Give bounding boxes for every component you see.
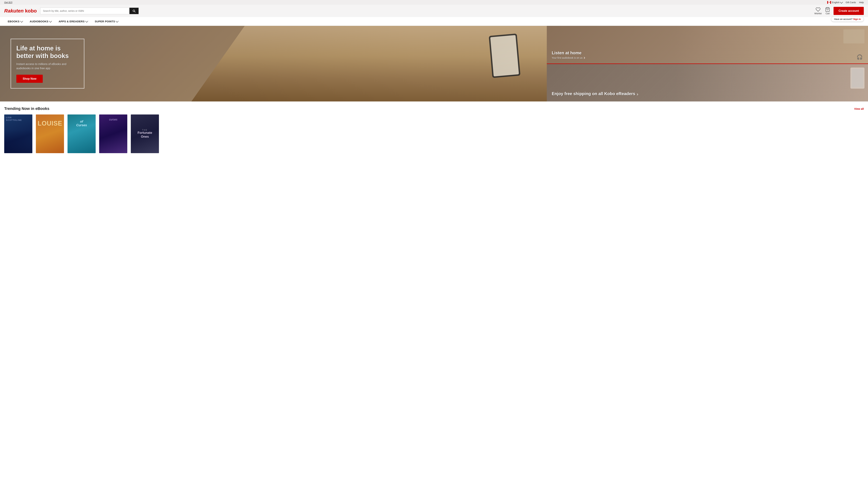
hero-shipping-panel[interactable]: Enjoy free shipping on all Kobo eReaders bbox=[547, 64, 868, 102]
book-gradient bbox=[4, 130, 32, 153]
navigation: eBOOKS AUDIOBOOKS APPS & eREADERS SUPER … bbox=[0, 17, 868, 26]
shop-now-button[interactable]: Shop Now bbox=[16, 75, 43, 83]
books-row: LISASCOTTOLINE LOUISE ofCurses curses th… bbox=[4, 115, 864, 153]
hero-shipping-title: Enjoy free shipping on all Kobo eReaders bbox=[552, 91, 638, 96]
nav-item-apps-ereaders[interactable]: APPS & eREADERS bbox=[55, 17, 91, 26]
search-icon bbox=[132, 9, 136, 13]
cart-button[interactable]: Cart bbox=[825, 7, 830, 15]
hero-side-panels: 🎧 Listen at home Your first audiobook is… bbox=[547, 26, 868, 101]
promo-link[interactable]: Get $15 bbox=[4, 1, 12, 4]
logo[interactable]: Rakuten kobo bbox=[4, 8, 37, 14]
hero-tablet bbox=[489, 33, 520, 78]
language-chevron-icon bbox=[840, 1, 843, 3]
hero-shipping-content: Enjoy free shipping on all Kobo eReaders bbox=[552, 91, 638, 97]
trending-section: Trending Now in eBooks View all LISASCOT… bbox=[0, 101, 868, 157]
hero-ereader-decoration bbox=[850, 68, 865, 89]
hero-content: Life at home is better with books Instan… bbox=[11, 39, 84, 89]
logo-rakuten: Rakuten bbox=[4, 8, 25, 14]
book-title-text: LOUISE bbox=[38, 120, 62, 127]
hero-listen-bg bbox=[547, 26, 868, 64]
sign-in-tooltip: Have an account? Sign in bbox=[831, 17, 864, 22]
svg-rect-2 bbox=[830, 1, 831, 4]
nav-item-audiobooks[interactable]: AUDIOBOOKS bbox=[26, 17, 55, 26]
search-button[interactable] bbox=[129, 8, 139, 14]
language-selector[interactable]: English bbox=[827, 1, 843, 4]
header-actions: Wishlist Cart Create account Have an acc… bbox=[814, 7, 864, 15]
book-item[interactable]: LOUISE bbox=[36, 115, 64, 153]
hero-title: Life at home is better with books bbox=[16, 45, 77, 59]
super-points-chevron-icon bbox=[116, 19, 119, 22]
book-title-text: the FortunateOnes bbox=[131, 115, 159, 153]
nav-item-super-points[interactable]: SUPER POINTS bbox=[91, 17, 122, 26]
cart-label: Cart bbox=[826, 12, 830, 15]
view-all-link[interactable]: View all bbox=[854, 107, 864, 110]
heart-icon bbox=[816, 7, 820, 12]
book-item[interactable]: ofCurses bbox=[68, 115, 96, 153]
trending-header: Trending Now in eBooks View all bbox=[4, 106, 864, 111]
hero-content-box: Life at home is better with books Instan… bbox=[11, 39, 84, 89]
search-bar bbox=[40, 7, 139, 14]
create-account-button[interactable]: Create account bbox=[834, 7, 864, 15]
listen-chevron-icon bbox=[583, 57, 585, 59]
svg-rect-0 bbox=[827, 1, 828, 4]
hero-listen-title: Listen at home bbox=[552, 50, 585, 55]
apps-ereaders-chevron-icon bbox=[85, 19, 88, 22]
top-bar-right: English Gift Cards Help bbox=[827, 1, 864, 4]
book-item[interactable]: LISASCOTTOLINE bbox=[4, 115, 32, 153]
wishlist-label: Wishlist bbox=[814, 12, 821, 15]
book-item[interactable]: the FortunateOnes bbox=[131, 115, 159, 153]
have-account-text: Have an account? bbox=[834, 18, 852, 20]
book-title-text: curses bbox=[101, 118, 125, 121]
account-area: Create account Have an account? Sign in bbox=[834, 7, 864, 15]
gift-cards-link[interactable]: Gift Cards bbox=[846, 1, 856, 4]
hero-subtitle: Instant access to millions of eBooks and… bbox=[16, 62, 77, 70]
hero-listen-panel[interactable]: 🎧 Listen at home Your first audiobook is… bbox=[547, 26, 868, 64]
shipping-chevron-icon bbox=[636, 93, 638, 95]
help-link[interactable]: Help bbox=[859, 1, 864, 4]
top-bar: Get $15 English Gift Cards Help bbox=[0, 0, 868, 5]
book-author-text: LISASCOTTOLINE bbox=[6, 116, 22, 122]
hero-ereader-screen bbox=[852, 69, 863, 87]
ebooks-chevron-icon bbox=[20, 19, 23, 22]
trending-title: Trending Now in eBooks bbox=[4, 106, 49, 111]
hero-listen-content: Listen at home Your first audiobook is o… bbox=[552, 50, 585, 59]
book-title-text: ofCurses bbox=[69, 120, 94, 127]
headphone-icon: 🎧 bbox=[856, 54, 863, 60]
wishlist-button[interactable]: Wishlist bbox=[814, 7, 821, 15]
nav-item-ebooks[interactable]: eBOOKS bbox=[4, 17, 26, 26]
hero-tablet-screen bbox=[490, 35, 519, 76]
book-item[interactable]: curses bbox=[99, 115, 127, 153]
hero-listen-subtitle: Your first audiobook is on us bbox=[552, 56, 585, 59]
promo-anchor[interactable]: Get $15 bbox=[4, 1, 12, 4]
audiobooks-chevron-icon bbox=[49, 19, 52, 22]
flag-canada-icon bbox=[827, 1, 831, 4]
language-label: English bbox=[832, 1, 839, 4]
hero-listen-decoration bbox=[844, 29, 865, 44]
hero-section: Life at home is better with books Instan… bbox=[0, 26, 868, 101]
search-input[interactable] bbox=[40, 8, 129, 14]
sign-in-link[interactable]: Sign in bbox=[853, 18, 861, 20]
hero-main-banner: Life at home is better with books Instan… bbox=[0, 26, 547, 101]
header: Rakuten kobo Wishlist Cart Create accou bbox=[0, 5, 868, 17]
cart-icon bbox=[825, 7, 830, 12]
logo-kobo: kobo bbox=[25, 8, 37, 14]
